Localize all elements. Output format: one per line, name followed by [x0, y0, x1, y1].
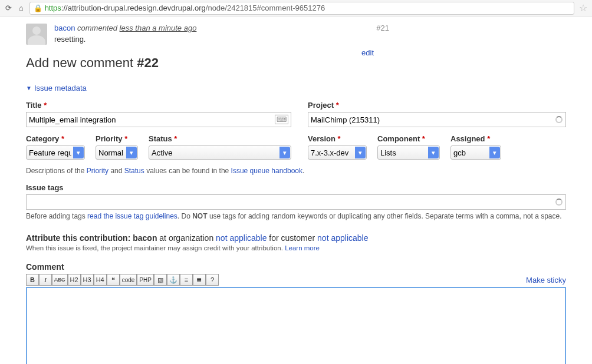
version-select[interactable]: 7.x-3.x-dev — [308, 145, 367, 160]
priority-label: Priority * — [96, 134, 138, 143]
php-button[interactable]: PHP — [137, 274, 154, 286]
category-label: Category * — [26, 134, 85, 143]
attribution-line: Attribute this contribution: bacon at or… — [26, 233, 566, 243]
issue-metadata-label: Issue metadata — [34, 84, 87, 92]
priority-status-help: Descriptions of the Priority and Status … — [26, 167, 566, 175]
assigned-label: Assigned * — [450, 134, 501, 143]
assigned-select[interactable]: gcb — [450, 145, 501, 160]
quote-button[interactable]: ❝ — [107, 274, 120, 286]
home-icon[interactable]: ⌂ — [17, 4, 26, 13]
chevron-down-icon: ▼ — [26, 85, 32, 91]
link-button[interactable]: ⚓ — [167, 274, 180, 286]
attribution-org-link[interactable]: not applicable — [216, 233, 267, 243]
comment-edit-link[interactable]: edit — [361, 48, 374, 57]
h4-button[interactable]: H4 — [94, 274, 107, 286]
comment-textarea[interactable] — [26, 287, 566, 364]
comment-author-link[interactable]: bacon — [54, 24, 75, 32]
lock-icon: 🔒 — [34, 4, 42, 12]
heading-number: #22 — [137, 55, 159, 70]
tag-guidelines-link[interactable]: read the issue tag guidelines — [87, 212, 177, 220]
url-host: ://attribution-drupal.redesign.devdrupal… — [61, 4, 206, 12]
comment-body-text: resetting. — [54, 35, 566, 44]
h2-button[interactable]: H2 — [68, 274, 81, 286]
status-help-link[interactable]: Status — [124, 167, 144, 175]
heading-prefix: Add new comment — [26, 55, 137, 70]
url-path: /node/2421815#comment-9651276 — [206, 4, 325, 12]
comment-label: Comment — [26, 262, 566, 272]
project-label: Project * — [308, 101, 566, 110]
help-button[interactable]: ? — [206, 274, 219, 286]
project-input[interactable] — [308, 112, 566, 127]
priority-help-link[interactable]: Priority — [87, 167, 108, 175]
reload-icon[interactable]: ⟳ — [4, 4, 13, 13]
strike-button[interactable]: ABC — [52, 274, 68, 286]
component-label: Component * — [377, 134, 440, 143]
status-label: Status * — [149, 134, 291, 143]
attribution-help: When this issue is fixed, the project ma… — [26, 244, 566, 252]
issue-tags-input[interactable] — [26, 194, 566, 210]
avatar — [26, 24, 47, 45]
attribution-customer-link[interactable]: not applicable — [317, 233, 368, 243]
browser-toolbar: ⟳ ⌂ 🔒 https://attribution-drupal.redesig… — [0, 0, 592, 16]
issue-tags-help: Before adding tags read the issue tag gu… — [26, 212, 566, 220]
loading-spinner-icon — [555, 116, 563, 123]
issue-tags-label: Issue tags — [26, 183, 566, 192]
learn-more-link[interactable]: Learn more — [285, 244, 320, 252]
address-bar[interactable]: 🔒 https://attribution-drupal.redesign.de… — [29, 2, 574, 15]
priority-select[interactable]: Normal — [96, 145, 138, 160]
ul-button[interactable]: ≡ — [180, 274, 193, 286]
italic-button[interactable]: I — [39, 274, 52, 286]
title-label: Title * — [26, 101, 291, 110]
loading-spinner-icon — [555, 198, 563, 206]
code-button[interactable]: code — [120, 274, 137, 286]
comment-time: less than a minute ago — [120, 24, 197, 32]
bookmark-star-icon[interactable]: ☆ — [578, 2, 588, 14]
ol-button[interactable]: ≣ — [193, 274, 206, 286]
category-select[interactable]: Feature requ — [26, 145, 85, 160]
component-select[interactable]: Lists — [377, 145, 440, 160]
image-button[interactable]: ▧ — [154, 274, 167, 286]
comment-21: bacon commented less than a minute ago r… — [26, 24, 566, 45]
version-label: Version * — [308, 134, 367, 143]
comment-number: #21 — [376, 24, 389, 32]
bold-button[interactable]: B — [26, 274, 39, 286]
add-comment-heading: Add new comment #22 — [26, 55, 566, 71]
title-input[interactable] — [26, 112, 291, 127]
status-select[interactable]: Active — [149, 145, 291, 160]
h3-button[interactable]: H3 — [81, 274, 94, 286]
keyboard-icon: ⌨ — [275, 115, 288, 124]
make-sticky-link[interactable]: Make sticky — [526, 276, 566, 284]
issue-metadata-toggle[interactable]: ▼ Issue metadata — [26, 84, 566, 92]
url-scheme: https — [45, 4, 61, 12]
comment-verb: commented — [77, 24, 117, 32]
editor-toolbar: B I ABC H2 H3 H4 ❝ code PHP ▧ ⚓ ≡ ≣ ? — [26, 274, 219, 286]
handbook-link[interactable]: Issue queue handbook — [231, 167, 302, 175]
